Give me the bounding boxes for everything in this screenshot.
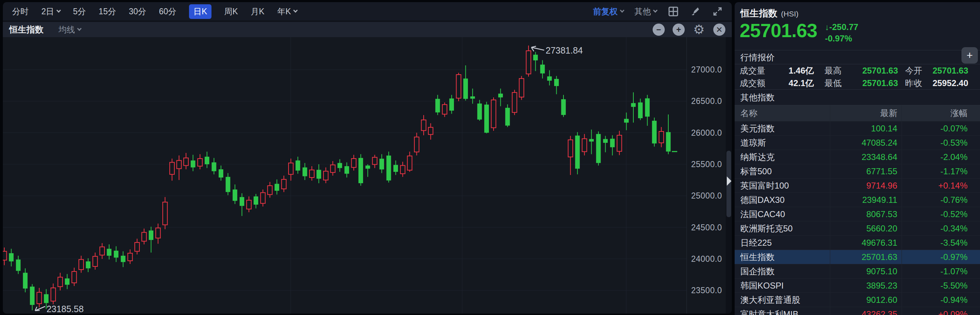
index-last: 6771.55 bbox=[830, 164, 902, 178]
quote-section-header: 行情报价 bbox=[735, 50, 980, 64]
svg-text:23185.58: 23185.58 bbox=[46, 304, 83, 313]
period-tab-5分[interactable]: 5分 bbox=[73, 6, 86, 17]
period-tab-15分[interactable]: 15分 bbox=[99, 6, 116, 17]
index-change: -2.04% bbox=[902, 152, 980, 162]
price-change: ↓-250.77 -0.97% bbox=[825, 19, 858, 44]
candlestick-plot[interactable]: 27381.8423185.58 27000.026500.026000.025… bbox=[3, 37, 732, 313]
quote-value: 25701.63 bbox=[850, 66, 898, 76]
candlestick-svg: 27381.8423185.58 bbox=[3, 37, 687, 313]
quote-value: 42.1亿 bbox=[770, 77, 814, 89]
price-row: 25701.63 ↓-250.77 -0.97% + bbox=[735, 19, 980, 50]
instrument-symbol: (HSI) bbox=[781, 10, 799, 18]
index-name: 欧洲斯托克50 bbox=[735, 221, 830, 235]
index-last: 3895.23 bbox=[830, 278, 902, 293]
close-icon[interactable]: ✕ bbox=[713, 24, 725, 36]
index-change: +0.14% bbox=[902, 181, 980, 191]
draw-brush-icon[interactable] bbox=[690, 6, 701, 17]
chart-subheader: 恒生指数 均线 − + ⚙ ✕ bbox=[3, 22, 732, 37]
period-toolbar: 分时2日5分15分30分60分日K周K月K年K 前复权 其他 bbox=[3, 2, 732, 21]
quote-row: 成交量1.46亿最高25701.63今开25701.63 bbox=[735, 64, 980, 77]
index-change: -0.52% bbox=[902, 209, 980, 219]
index-row-道琼斯[interactable]: 道琼斯47085.24-0.53% bbox=[735, 136, 980, 150]
index-last: 100.14 bbox=[830, 122, 902, 135]
col-change: 涨幅 bbox=[902, 107, 980, 119]
chart-instrument-label: 恒生指数 bbox=[9, 24, 43, 35]
toolbar-right-group: 前复权 其他 bbox=[593, 6, 723, 17]
indices-table-header: 名称 最新 涨幅 bbox=[735, 106, 980, 122]
fullscreen-expand-icon[interactable] bbox=[712, 6, 723, 17]
period-tab-60分[interactable]: 60分 bbox=[159, 6, 177, 17]
period-tab-周K[interactable]: 周K bbox=[224, 6, 238, 17]
adjust-mode-dropdown[interactable]: 前复权 bbox=[593, 6, 624, 17]
index-row-标普500[interactable]: 标普5006771.55-1.17% bbox=[735, 164, 980, 179]
index-change: -0.94% bbox=[902, 295, 980, 305]
index-change: -3.54% bbox=[902, 238, 980, 248]
ma-label: 均线 bbox=[59, 24, 75, 35]
ma-dropdown[interactable]: 均线 bbox=[59, 24, 81, 35]
index-name: 日经225 bbox=[735, 236, 830, 249]
period-tab-2日[interactable]: 2日 bbox=[41, 6, 60, 17]
chart-controls: − + ⚙ ✕ bbox=[652, 24, 725, 36]
period-tab-分时[interactable]: 分时 bbox=[12, 6, 29, 17]
index-name: 澳大利亚普通股 bbox=[735, 293, 830, 307]
index-last: 8067.53 bbox=[830, 207, 902, 221]
instrument-title-row: 恒生指数 (HSI) bbox=[735, 2, 980, 19]
quote-label: 今开 bbox=[905, 65, 926, 77]
index-row-欧洲斯托克50[interactable]: 欧洲斯托克505660.20-0.34% bbox=[735, 221, 980, 236]
index-row-法国CAC40[interactable]: 法国CAC408067.53-0.52% bbox=[735, 207, 980, 221]
index-change: -1.17% bbox=[902, 166, 980, 176]
index-change: -1.07% bbox=[902, 266, 980, 277]
index-row-富时意大利MIB[interactable]: 富时意大利MIB43262.35+0.09% bbox=[735, 307, 980, 315]
indices-section-header: 其他指数 bbox=[735, 89, 980, 106]
quote-value: 25952.40 bbox=[926, 78, 968, 88]
index-name: 国企指数 bbox=[735, 264, 830, 278]
instrument-name: 恒生指数 bbox=[740, 7, 778, 20]
axis-tick-label: 24000.0 bbox=[691, 254, 722, 264]
axis-scrollbar[interactable] bbox=[726, 37, 732, 313]
index-name: 美元指数 bbox=[735, 122, 830, 135]
index-row-英国富时100[interactable]: 英国富时1009714.96+0.14% bbox=[735, 179, 980, 193]
col-name: 名称 bbox=[735, 106, 830, 121]
zoom-in-icon[interactable]: + bbox=[673, 24, 685, 36]
quote-value: 1.46亿 bbox=[770, 65, 814, 77]
chart-card: 分时2日5分15分30分60分日K周K月K年K 前复权 其他 恒生指数 均线 bbox=[3, 2, 732, 313]
price-axis[interactable]: 27000.026500.026000.025500.025000.024500… bbox=[687, 37, 723, 313]
change-percent: -0.97% bbox=[825, 33, 858, 44]
panel-collapse-arrow[interactable] bbox=[727, 176, 732, 186]
period-tab-月K[interactable]: 月K bbox=[251, 6, 264, 17]
index-change: -0.76% bbox=[902, 195, 980, 205]
index-row-韩国KOSPI[interactable]: 韩国KOSPI3895.23-5.50% bbox=[735, 278, 980, 293]
index-change: -0.07% bbox=[902, 123, 980, 134]
period-tab-日K[interactable]: 日K bbox=[189, 4, 211, 19]
indices-table-body: 美元指数100.14-0.07%道琼斯47085.24-0.53%纳斯达克233… bbox=[735, 122, 980, 315]
period-tab-30分[interactable]: 30分 bbox=[129, 6, 146, 17]
index-row-澳大利亚普通股[interactable]: 澳大利亚普通股9012.60-0.94% bbox=[735, 293, 980, 307]
index-row-恒生指数[interactable]: 恒生指数25701.63-0.97% bbox=[735, 250, 980, 264]
index-row-美元指数[interactable]: 美元指数100.14-0.07% bbox=[735, 122, 980, 136]
layout-grid-icon[interactable] bbox=[668, 6, 679, 17]
down-arrow-icon: ↓ bbox=[825, 22, 829, 32]
zoom-out-icon[interactable]: − bbox=[652, 24, 665, 36]
other-dropdown[interactable]: 其他 bbox=[635, 6, 657, 17]
quote-label: 昨收 bbox=[905, 77, 926, 89]
period-tab-年K[interactable]: 年K bbox=[277, 6, 297, 17]
index-last: 43262.35 bbox=[830, 307, 902, 315]
adjust-mode-label: 前复权 bbox=[593, 6, 618, 17]
index-last: 25701.63 bbox=[830, 250, 902, 264]
index-row-德国DAX30[interactable]: 德国DAX3023949.11-0.76% bbox=[735, 193, 980, 207]
index-row-日经225[interactable]: 日经22549676.31-3.54% bbox=[735, 236, 980, 250]
index-name: 德国DAX30 bbox=[735, 193, 830, 207]
index-name: 英国富时100 bbox=[735, 179, 830, 192]
quote-value: 25701.63 bbox=[850, 78, 898, 88]
index-last: 5660.20 bbox=[830, 221, 902, 235]
index-last: 9714.96 bbox=[830, 179, 902, 192]
add-watchlist-button[interactable]: + bbox=[961, 47, 978, 64]
gear-icon[interactable]: ⚙ bbox=[692, 24, 705, 36]
index-row-纳斯达克[interactable]: 纳斯达克23348.64-2.04% bbox=[735, 150, 980, 164]
index-change: +0.09% bbox=[902, 309, 980, 315]
chevron-down-icon bbox=[620, 8, 624, 13]
index-row-国企指数[interactable]: 国企指数9075.10-1.07% bbox=[735, 264, 980, 278]
change-absolute: ↓-250.77 bbox=[825, 21, 858, 33]
index-last: 23949.11 bbox=[830, 193, 902, 207]
index-name: 法国CAC40 bbox=[735, 207, 830, 221]
